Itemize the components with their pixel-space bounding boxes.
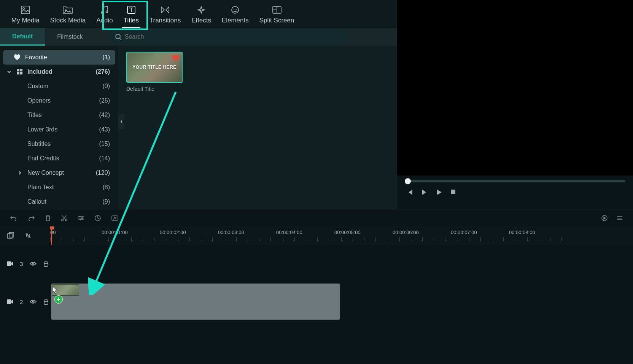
thumb-text: YOUR TITLE HERE [132,65,177,70]
sidebar-count: (15) [99,141,110,147]
svg-point-29 [80,219,81,220]
ruler-timestamp: 00:00:06:00 [393,229,419,235]
sidebar-item-favorite[interactable]: Favorite (1) [3,50,115,65]
redo-icon[interactable] [27,215,35,221]
ruler-timestamp: 00:00:07:00 [451,229,477,235]
lock-icon[interactable] [43,261,49,267]
preview-pane [397,0,633,209]
ruler-tick: 00:00:02:00 [167,229,224,241]
lock-icon[interactable] [43,299,49,305]
nav-titles[interactable]: Titles [118,2,144,28]
sidebar-item-plain-text[interactable]: Plain Text (8) [3,180,115,195]
chevron-down-icon [7,70,12,74]
preview-canvas[interactable] [397,0,633,176]
ruler-tick: 00:00:06:00 [399,229,456,241]
dragged-clip-region[interactable]: + [51,283,340,320]
nav-audio[interactable]: Audio [91,2,118,28]
category-sidebar: Favorite (1) Included (276) Custom (0) O… [0,46,119,209]
nav-label: Split Screen [259,17,294,24]
nav-transitions[interactable]: Transitions [144,2,186,28]
split-icon [272,5,282,15]
play-icon[interactable] [437,189,442,195]
preview-slider[interactable] [405,180,625,182]
track-body[interactable] [50,245,633,283]
playhead[interactable] [51,226,52,245]
sidebar-item-callout[interactable]: Callout (9) [3,195,115,209]
subtab-default[interactable]: Default [0,28,45,46]
sidebar-item-lower-3rds[interactable]: Lower 3rds (43) [3,122,115,137]
svg-rect-0 [21,6,30,14]
undo-icon[interactable] [10,215,17,221]
svg-point-36 [32,263,34,264]
sidebar-count: (43) [99,126,110,133]
sidebar-label: Favorite [25,54,47,61]
video-track-icon [7,299,13,304]
sidebar-item-new-concept[interactable]: New Concept (120) [3,166,115,180]
timeline-ruler[interactable]: 00:0000:00:01:0000:00:02:0000:00:03:0000… [50,226,633,245]
slider-knob[interactable] [405,178,411,184]
crop-icon[interactable] [94,215,101,222]
heart-icon [14,54,21,60]
sidebar-label: Custom [27,83,48,90]
nav-effects[interactable]: Effects [186,2,216,28]
sidebar-label: Included [27,68,52,75]
eye-icon[interactable] [30,299,37,304]
speed-icon[interactable] [111,215,119,221]
sidebar-label: Callout [27,198,46,205]
step-back-icon[interactable] [406,189,413,195]
svg-point-39 [32,301,34,302]
nav-split-screen[interactable]: Split Screen [254,2,300,28]
track-row-3: 3 [0,245,633,283]
svg-rect-37 [44,263,48,266]
transition-icon [161,5,170,15]
svg-rect-40 [44,301,48,304]
sidebar-label: Subtitles [27,141,51,147]
nav-my-media[interactable]: My Media [6,2,45,28]
smile-icon [231,5,239,15]
collapse-sidebar-handle[interactable] [118,114,124,129]
stop-icon[interactable] [450,189,456,195]
step-forward-icon[interactable] [421,189,428,195]
more-icon[interactable] [616,215,623,221]
subtab-filmstock[interactable]: Filmstock [45,28,95,46]
ruler-tick: 00:00:03:00 [225,229,282,241]
title-card[interactable]: YOUR TITLE HERE Default Title [126,52,183,92]
add-badge-icon: + [54,295,63,304]
ruler-timestamp: 00:00:02:00 [160,229,186,235]
sidebar-item-openers[interactable]: Openers (25) [3,93,115,108]
svg-rect-34 [9,233,14,237]
sidebar-item-included[interactable]: Included (276) [3,65,115,79]
svg-point-25 [62,219,64,221]
sidebar-item-custom[interactable]: Custom (0) [3,79,115,93]
nav-label: Elements [222,17,249,24]
cut-icon[interactable] [61,215,68,222]
track-number: 2 [20,299,23,305]
nav-stock-media[interactable]: Stock Media [45,2,91,28]
search-field[interactable] [110,30,346,44]
ruler-timestamp: 00:00:04:00 [276,229,302,235]
image-icon [21,5,30,15]
svg-rect-33 [8,234,12,238]
track-body[interactable]: + [50,283,633,321]
search-input[interactable] [125,33,342,40]
eye-icon[interactable] [30,261,37,266]
ruler-tick: 00:00:01:00 [108,229,165,241]
sidebar-item-subtitles[interactable]: Subtitles (15) [3,137,115,151]
nav-elements[interactable]: Elements [216,2,254,28]
adjust-icon[interactable] [78,215,84,221]
svg-rect-20 [17,69,19,71]
sub-tabs: Default Filmstock [0,28,95,46]
timeline-toolbar [0,210,633,226]
title-thumbnail[interactable]: YOUR TITLE HERE [126,52,183,83]
ruler-tick: 00:00:08:00 [516,229,573,241]
favorite-heart-icon[interactable] [172,55,180,62]
add-track-icon[interactable] [7,232,14,239]
ruler-timestamp: 00:00:05:00 [334,229,361,235]
sidebar-item-titles[interactable]: Titles (42) [3,108,115,122]
marker-icon[interactable] [601,215,608,222]
sidebar-item-end-credits[interactable]: End Credits (14) [3,151,115,166]
sidebar-count: (9) [102,198,110,205]
unlink-icon[interactable] [24,232,32,239]
delete-icon[interactable] [45,215,51,222]
nav-label: Audio [96,17,113,24]
